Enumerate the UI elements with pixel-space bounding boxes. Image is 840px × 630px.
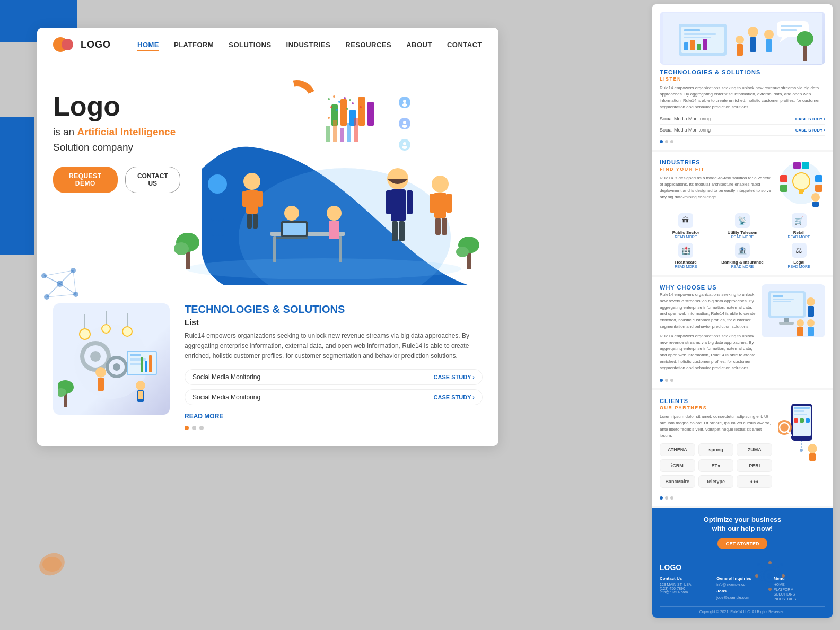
svg-rect-68	[446, 194, 452, 213]
contact-us-button[interactable]: CONTACT US	[125, 167, 180, 193]
healthcare-icon: 🏥	[678, 243, 693, 258]
industry-legal-link[interactable]: READ MORE	[773, 265, 825, 268]
rp-clients-dot-2	[665, 496, 668, 500]
svg-rect-138	[684, 33, 716, 35]
svg-point-49	[284, 206, 299, 221]
case-study-link-1[interactable]: CASE STUDY ›	[434, 374, 475, 380]
svg-point-11	[402, 103, 407, 107]
svg-rect-169	[773, 295, 783, 297]
rp-case-link-2[interactable]: CASE STUDY ›	[795, 128, 825, 133]
industry-banking-link[interactable]: READ MORE	[716, 265, 769, 268]
tech-section: TECHNOLOGIES & SOLUTIONS List Rule14 emp…	[37, 285, 498, 446]
rp-cta-section: Optimize your businesswith our help now!…	[652, 508, 833, 557]
nav-home[interactable]: HOME	[137, 41, 159, 51]
rp-why-desc1: Rule14 empowers organizations seeking to…	[660, 292, 756, 330]
rp-industries-title: INDUSTRIES	[660, 159, 772, 165]
svg-point-3	[288, 91, 305, 108]
svg-rect-42	[218, 220, 224, 236]
svg-rect-92	[130, 358, 146, 361]
svg-rect-41	[212, 220, 217, 236]
svg-rect-30	[326, 126, 330, 142]
nav-contact[interactable]: CONTACT	[447, 41, 482, 49]
svg-point-19	[344, 97, 346, 99]
svg-rect-63	[392, 221, 398, 241]
utility-icon: 📡	[735, 213, 750, 228]
nav-industries[interactable]: INDUSTRIES	[286, 41, 331, 49]
svg-rect-69	[435, 218, 441, 235]
svg-point-156	[793, 173, 810, 190]
svg-rect-175	[797, 327, 803, 336]
industry-legal: ⚖ Legal READ MORE	[773, 243, 825, 268]
industry-healthcare-link[interactable]: READ MORE	[660, 265, 712, 268]
svg-point-119	[767, 573, 773, 579]
svg-point-79	[90, 351, 101, 362]
right-panel: TECHNOLOGIES & SOLUTIONS Listen Rule14 e…	[652, 4, 833, 618]
svg-rect-31	[333, 120, 337, 142]
svg-rect-47	[247, 214, 252, 229]
svg-rect-48	[253, 214, 258, 229]
industry-utility-link[interactable]: READ MORE	[716, 235, 769, 239]
industry-retail-link[interactable]: READ MORE	[773, 235, 825, 239]
svg-rect-38	[211, 194, 224, 220]
rp-dot-3	[670, 140, 673, 143]
svg-rect-162	[815, 185, 822, 192]
svg-point-13	[402, 125, 407, 128]
industry-legal-name: Legal	[773, 260, 825, 265]
read-more-link[interactable]: READ MORE	[185, 413, 223, 420]
client-athena: ATHENA	[660, 443, 695, 456]
hero-avatar-cards	[393, 94, 451, 153]
svg-rect-32	[340, 128, 344, 142]
hero-subtitle-suffix: Solution company	[53, 142, 133, 153]
nav-platform[interactable]: PLATFORM	[174, 41, 214, 49]
svg-point-43	[243, 173, 260, 190]
svg-point-85	[102, 325, 110, 333]
hero-subtitle: is an Artificial Intelligence Solution c…	[53, 125, 180, 155]
svg-point-20	[349, 99, 351, 101]
rp-dot-2	[665, 140, 668, 143]
svg-rect-147	[766, 39, 772, 52]
logo-area: LOGO	[53, 37, 111, 52]
svg-rect-170	[773, 299, 794, 300]
industry-public-sector-link[interactable]: READ MORE	[660, 235, 712, 239]
svg-rect-145	[750, 37, 756, 52]
tech-section-desc: Rule14 empowers organizations seeking to…	[185, 331, 483, 362]
rp-tech-subtitle: Listen	[660, 76, 825, 82]
svg-point-57	[327, 206, 342, 221]
legal-icon: ⚖	[792, 243, 807, 258]
case-study-row-2: Social Media Monitoring CASE STUDY ›	[185, 389, 483, 405]
industry-public-sector-name: Public Sector	[660, 230, 712, 235]
svg-rect-91	[130, 354, 141, 356]
request-demo-button[interactable]: REQUEST DEMO	[53, 167, 118, 193]
svg-point-146	[764, 30, 774, 39]
svg-point-27	[333, 114, 335, 116]
nav-resources[interactable]: RESOURCES	[345, 41, 391, 49]
hero-title: Logo	[53, 91, 180, 121]
rp-why-dot-2	[665, 379, 668, 382]
svg-line-114	[47, 294, 76, 297]
retail-icon: 🛒	[792, 213, 807, 228]
industry-retail: 🛒 Retail READ MORE	[773, 213, 825, 239]
svg-rect-177	[808, 327, 814, 336]
rp-why-title: WHY CHOOSE US	[660, 284, 756, 291]
nav-about[interactable]: ABOUT	[406, 41, 432, 49]
svg-point-21	[330, 106, 332, 108]
svg-point-125	[782, 574, 785, 578]
industry-utility: 📡 Utility Telecom READ MORE	[716, 213, 769, 239]
svg-rect-62	[407, 190, 413, 214]
case-study-link-2[interactable]: CASE STUDY ›	[434, 394, 475, 400]
svg-rect-137	[684, 29, 700, 31]
case-study-row-1: Social Media Monitoring CASE STUDY ›	[185, 369, 483, 385]
svg-rect-159	[780, 175, 788, 182]
svg-rect-161	[815, 175, 822, 182]
client-bancmaire: BancMaire	[660, 475, 695, 488]
nav-solutions[interactable]: SOLUTIONS	[229, 41, 271, 49]
svg-point-194	[800, 449, 803, 452]
rp-case-link-1[interactable]: CASE STUDY ›	[795, 117, 825, 121]
svg-point-24	[346, 108, 348, 110]
client-zuma: ZUMA	[737, 443, 772, 456]
rp-case-row-1: Social Media Monitoring CASE STUDY ›	[660, 113, 825, 125]
svg-rect-151	[781, 25, 802, 27]
rp-get-started-button[interactable]: GET STARTED	[718, 538, 768, 549]
svg-rect-163	[793, 162, 801, 169]
svg-rect-33	[347, 123, 351, 142]
